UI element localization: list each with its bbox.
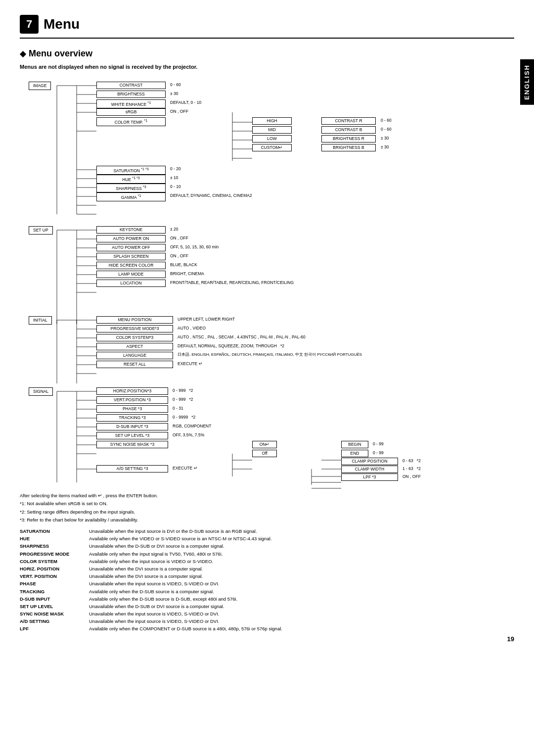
- item-saturation: SATURATION *1 *3: [96, 166, 166, 175]
- val-contrast: 0 - 60: [168, 82, 183, 88]
- cat-signal: SIGNAL: [29, 387, 53, 396]
- cat-setup: SET UP: [29, 226, 53, 235]
- item-hue: HUE *1 *3: [96, 175, 166, 184]
- sub-lpf: LPF *3: [341, 473, 398, 481]
- val-brightness: ± 30: [168, 91, 180, 97]
- item-sharpness: SHARPNESS *3: [96, 184, 166, 192]
- val-ad-setting: EXECUTE ↵: [171, 465, 200, 472]
- val-horiz-pos: 0 - 999 *2: [171, 387, 195, 394]
- val-auto-power-off: OFF, 5, 10, 15, 30, 60 min: [168, 244, 221, 250]
- avail-setup-level: SET UP LEVEL Unavailable when the D-SUB …: [20, 603, 514, 610]
- val-auto-power-on: ON , OFF: [168, 235, 190, 241]
- val-location: FRONT/TABLE, REAR/TABLE, REAR/CEILING, F…: [168, 280, 296, 286]
- avail-saturation: SATURATION Unavailable when the input so…: [20, 527, 514, 535]
- item-splash-screen: SPLASH SCREEN: [96, 253, 166, 260]
- subtitle: Menus are not displayed when no signal i…: [20, 64, 514, 70]
- avail-sync-noise: SYNC NOISE MASK Unavailable when the inp…: [20, 610, 514, 617]
- sub-contrast-b: CONTRAST B: [321, 126, 376, 134]
- sub-brightness-r: BRIGHTNESS R: [321, 135, 376, 142]
- footnote-enter: After selecting the items marked with ↵ …: [20, 492, 514, 499]
- item-dsub-input: D-SUB INPUT *3: [96, 423, 168, 430]
- val-language: 日本語, ENGLISH, ESPAÑOL, DEUTSCH, FRANÇAIS…: [176, 352, 364, 358]
- val-clamp-width: 1 - 63 *2: [400, 466, 423, 472]
- avail-sharpness: SHARPNESS Unavailable when the D-SUB or …: [20, 542, 514, 550]
- section-title-text: Menu overview: [29, 48, 92, 59]
- chapter-title: Menu: [44, 16, 80, 32]
- sub-clamp-width: CLAMP WIDTH: [341, 466, 398, 473]
- item-tracking: TRACKING *3: [96, 414, 168, 422]
- chapter-header: 7 Menu: [20, 15, 514, 39]
- val-color-system: AUTO , NTSC , PAL , SECAM , 4.43NTSC , P…: [176, 334, 308, 340]
- val-lpf: ON , OFF: [400, 473, 423, 480]
- val-white-enhance: DEFAULT, 0 - 10: [168, 99, 203, 106]
- val-aspect: DEFAULT, NORMAL, SQUEEZE, ZOOM, THROUGH …: [176, 343, 286, 349]
- item-auto-power-off: AUTO POWER OFF: [96, 244, 166, 251]
- item-location: LOCATION: [96, 280, 166, 287]
- item-lamp-mode: LAMP MODE: [96, 271, 166, 278]
- val-hide-screen: BLUE, BLACK: [168, 262, 199, 268]
- section-title: ◆ Menu overview: [20, 48, 514, 59]
- avail-horiz-pos: HORIZ. POSITION Unavailable when the DVI…: [20, 565, 514, 572]
- item-aspect: ASPECT: [96, 343, 173, 350]
- val-dsub-input: RGB, COMPONENT: [171, 423, 213, 429]
- item-color-system: COLOR SYSTEM*3: [96, 334, 173, 341]
- cat-image: IMAGE: [29, 82, 51, 90]
- val-saturation: 0 - 20: [168, 166, 183, 172]
- val-gamma: DEFAULT, DYNAMIC, CINEMA1, CINEMA2: [168, 192, 254, 199]
- avail-vert-pos: VERT. POSITION Unavailable when the DVI …: [20, 572, 514, 580]
- val-begin: 0 - 99: [371, 441, 386, 447]
- footnote-2: *2: Setting range differs depending on t…: [20, 509, 514, 516]
- sub-mid: MID: [252, 126, 292, 134]
- sub-brightness-b: BRIGHTNESS B: [321, 144, 376, 151]
- val-splash-screen: ON , OFF: [168, 253, 190, 259]
- cat-initial: INITIAL: [29, 316, 52, 325]
- avail-hue: HUE Available only when the VIDEO or S-V…: [20, 535, 514, 542]
- sub-high: HIGH: [252, 117, 292, 125]
- val-phase: 0 - 31: [171, 405, 185, 412]
- item-keystone: KEYSTONE: [96, 226, 166, 234]
- val-prog-mode: AUTO , VIDEO: [176, 325, 208, 331]
- val-tracking: 0 - 9999 *2: [171, 414, 197, 421]
- item-gamma: GAMMA *1: [96, 192, 166, 201]
- val-cb: 0 - 60: [379, 126, 394, 133]
- item-auto-power-on: AUTO POWER ON: [96, 235, 166, 242]
- avail-progressive: PROGRESSIVE MODE Available only when the…: [20, 550, 514, 558]
- val-menu-pos: UPPER LEFT, LOWER RIGHT: [176, 316, 237, 323]
- val-keystone: ± 20: [168, 226, 180, 233]
- page-container: ENGLISH 7 Menu ◆ Menu overview Menus are…: [0, 0, 534, 653]
- chapter-number: 7: [20, 15, 39, 34]
- avail-ad: A/D SETTING Unavailable when the input s…: [20, 617, 514, 625]
- sub-begin: BEGIN: [341, 441, 368, 448]
- footnote-3: *3: Refer to the chart below for availab…: [20, 517, 514, 523]
- diamond-icon: ◆: [20, 49, 26, 58]
- val-reset-all: EXECUTE ↵: [176, 361, 205, 367]
- sub-off: Off: [252, 450, 277, 457]
- avail-phase: PHASE Unavailable when the input source …: [20, 580, 514, 587]
- item-ad-setting: A/D SETTING *3: [96, 465, 168, 472]
- val-cr: 0 - 60: [379, 117, 394, 124]
- val-hue: ± 10: [168, 175, 180, 181]
- item-prog-mode: PROGRESSIVE MODE*3: [96, 325, 173, 332]
- item-contrast: CONTRAST: [96, 82, 166, 89]
- avail-tracking: TRACKING Available only when the D-SUB s…: [20, 588, 514, 595]
- item-hide-screen: HIDE SCREEN COLOR: [96, 262, 166, 269]
- item-srgb: sRGB: [96, 108, 166, 116]
- item-horiz-pos: HORIZ.POSITION*3: [96, 387, 168, 395]
- val-lamp-mode: BRIGHT, CINEMA: [168, 271, 206, 277]
- side-tab: ENGLISH: [520, 59, 534, 105]
- item-reset-all: RESET ALL: [96, 361, 173, 368]
- footnotes: After selecting the items marked with ↵ …: [20, 492, 514, 523]
- item-sync-noise: SYNC NOISE MASK *3: [96, 441, 168, 448]
- availability-table: SATURATION Unavailable when the input so…: [20, 527, 514, 633]
- item-white-enhance: WHITE ENHANCE *1: [96, 99, 166, 108]
- val-vert-pos: 0 - 999 *2: [171, 396, 195, 403]
- sub-end: END: [341, 450, 368, 457]
- val-br: ± 30: [379, 135, 391, 142]
- sub-low: LOW: [252, 135, 292, 142]
- sub-contrast-r: CONTRAST R: [321, 117, 376, 125]
- avail-dsub: D-SUB INPUT Available only when the D-SU…: [20, 595, 514, 603]
- val-setup-level: OFF, 3.5%, 7.5%: [171, 432, 206, 438]
- item-setup-level: SET UP LEVEL *3: [96, 432, 168, 439]
- footnote-1: *1: Not available when sRGB is set to ON…: [20, 500, 514, 507]
- avail-lpf: LPF Available only when the COMPONENT or…: [20, 625, 514, 632]
